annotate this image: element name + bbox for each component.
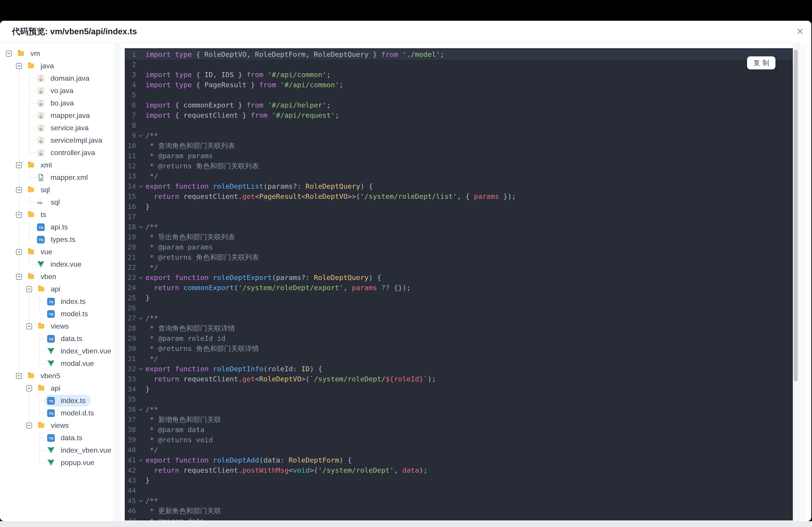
- tree-item-serviceimpl-java[interactable]: serviceImpl.java: [0, 134, 114, 147]
- collapse-toggle-icon[interactable]: [26, 323, 32, 329]
- code-scrollbar-thumb[interactable]: [794, 49, 798, 381]
- line-number: 4: [125, 80, 136, 90]
- tree-item-vben[interactable]: vben: [0, 270, 114, 283]
- fold-arrow-icon[interactable]: [136, 496, 145, 506]
- tree-scrollbar-track[interactable]: [114, 42, 121, 521]
- fold-arrow-icon[interactable]: [136, 364, 145, 374]
- code-line: 12 * @returns 角色和部门关联列表: [125, 161, 793, 171]
- tree-item-sql[interactable]: SQLsql: [0, 196, 114, 209]
- fold-arrow-icon[interactable]: [136, 181, 145, 191]
- collapse-toggle-icon[interactable]: [16, 187, 22, 193]
- file-label: data.ts: [61, 334, 82, 343]
- tree-file: TSdata.ts: [44, 432, 88, 444]
- tree-item-vben5[interactable]: vben5: [0, 370, 114, 382]
- tree-item-java[interactable]: java: [0, 60, 114, 72]
- tree-item-index-vben-vue[interactable]: index_vben.vue: [0, 345, 114, 357]
- tree-item-data-ts[interactable]: TSdata.ts: [0, 332, 114, 345]
- modal-scrollbar-track[interactable]: [799, 42, 806, 521]
- collapse-toggle-icon[interactable]: [26, 423, 32, 428]
- file-label: types.ts: [50, 235, 75, 244]
- collapse-toggle-icon[interactable]: [26, 286, 32, 292]
- collapse-toggle-icon[interactable]: [16, 162, 22, 168]
- collapse-toggle-icon[interactable]: [16, 373, 22, 379]
- file-label: index.ts: [61, 396, 86, 405]
- collapse-toggle-icon[interactable]: [16, 249, 22, 255]
- code-text: export function roleDeptInfo(roleId: ID)…: [145, 364, 322, 374]
- code-line: 10 * 查询角色和部门关联列表: [125, 141, 793, 151]
- collapse-toggle-icon[interactable]: [16, 274, 22, 280]
- file-tree[interactable]: vmjavadomain.javavo.javabo.javamapper.ja…: [0, 42, 114, 521]
- fold-gutter: [136, 303, 145, 313]
- collapse-toggle-icon[interactable]: [16, 212, 22, 218]
- code-text: return requestClient.get<PageResult<Role…: [145, 191, 516, 201]
- tree-item-domain-java[interactable]: domain.java: [0, 72, 114, 85]
- folder-icon: [28, 250, 34, 254]
- fold-arrow-icon[interactable]: [136, 313, 145, 323]
- fold-gutter: [136, 374, 145, 384]
- tree-file: popup.vue: [44, 457, 100, 469]
- tree-item-api-ts[interactable]: TSapi.ts: [0, 221, 114, 233]
- code-text: }: [145, 201, 150, 212]
- collapse-toggle-icon[interactable]: [6, 51, 12, 57]
- tree-item-index-ts[interactable]: TSindex.ts: [0, 295, 114, 308]
- tree-item-types-ts[interactable]: TStypes.ts: [0, 233, 114, 246]
- tree-item-views[interactable]: views: [0, 419, 114, 432]
- tree-item-popup-vue[interactable]: popup.vue: [0, 456, 114, 469]
- tree-item-index-vue[interactable]: index.vue: [0, 258, 114, 270]
- code-line: 5: [125, 90, 793, 100]
- folder-label: vm: [30, 49, 40, 58]
- fold-arrow-icon[interactable]: [136, 455, 145, 465]
- tree-item-bo-java[interactable]: bo.java: [0, 97, 114, 109]
- tree-item-mapper-java[interactable]: mapper.java: [0, 109, 114, 122]
- tree-item-xml[interactable]: xml: [0, 159, 114, 171]
- fold-arrow-icon[interactable]: [136, 272, 145, 283]
- fold-gutter: [136, 151, 145, 161]
- copy-button[interactable]: 复制: [747, 56, 775, 70]
- tree-item-index-vben-vue[interactable]: index_vben.vue: [0, 444, 114, 456]
- tree-file: TSdata.ts: [44, 333, 88, 345]
- typescript-file-icon: TS: [37, 236, 45, 243]
- folder-icon: [28, 63, 34, 68]
- code-line: 6import { commonExport } from '#/api/hel…: [125, 100, 793, 110]
- code-text: return commonExport('/system/roleDept/ex…: [145, 283, 411, 293]
- tree-item-vm[interactable]: vm: [0, 47, 114, 60]
- line-number: 38: [125, 425, 136, 435]
- tree-item-controller-java[interactable]: controller.java: [0, 147, 114, 159]
- code-text: * 新增角色和部门关联: [145, 415, 221, 425]
- vue-file-icon: [47, 459, 55, 467]
- fold-gutter: [136, 506, 145, 516]
- tree-item-modal-vue[interactable]: modal.vue: [0, 357, 114, 370]
- fold-arrow-icon[interactable]: [136, 131, 145, 141]
- file-label: index.ts: [61, 297, 86, 306]
- tree-item-api[interactable]: api: [0, 283, 114, 295]
- collapse-toggle-icon[interactable]: [16, 63, 22, 69]
- svg-text:TS: TS: [49, 411, 53, 416]
- code-line: 47 * @param data: [125, 516, 793, 521]
- fold-arrow-icon[interactable]: [136, 404, 145, 415]
- close-button[interactable]: [795, 27, 805, 36]
- tree-item-vue[interactable]: vue: [0, 246, 114, 258]
- code-scrollbar-track[interactable]: [793, 42, 799, 521]
- code-editor[interactable]: 1import type { RoleDeptVO, RoleDeptForm,…: [125, 48, 793, 521]
- file-label: data.ts: [61, 434, 82, 442]
- java-file-icon: [37, 137, 45, 144]
- tree-item-api[interactable]: api: [0, 382, 114, 394]
- code-text: /**: [145, 496, 158, 506]
- folder-label: vue: [41, 248, 52, 256]
- tree-item-sql[interactable]: sql: [0, 184, 114, 196]
- tree-item-model-d-ts[interactable]: TSmodel.d.ts: [0, 407, 114, 419]
- java-file-icon: [37, 124, 45, 132]
- tree-item-model-ts[interactable]: TSmodel.ts: [0, 308, 114, 320]
- tree-item-data-ts[interactable]: TSdata.ts: [0, 432, 114, 444]
- tree-item-mapper-xml[interactable]: XMLmapper.xml: [0, 171, 114, 184]
- tree-item-vo-java[interactable]: vo.java: [0, 85, 114, 97]
- tree-item-views[interactable]: views: [0, 320, 114, 332]
- fold-arrow-icon[interactable]: [136, 222, 145, 232]
- code-text: * 导出角色和部门关联列表: [145, 232, 235, 242]
- line-number: 36: [125, 404, 136, 415]
- tree-item-ts[interactable]: ts: [0, 209, 114, 221]
- collapse-toggle-icon[interactable]: [26, 386, 32, 391]
- tree-item-index-ts[interactable]: TSindex.ts: [0, 394, 114, 407]
- tree-item-service-java[interactable]: service.java: [0, 122, 114, 134]
- line-number: 32: [125, 364, 136, 374]
